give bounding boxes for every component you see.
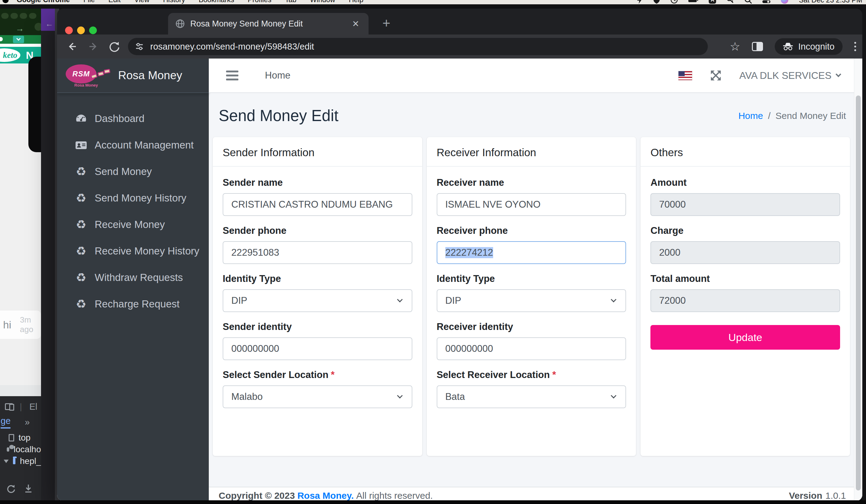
menubar-app-name[interactable]: Google Chrome	[16, 0, 70, 4]
navbar-home-link[interactable]: Home	[265, 70, 290, 81]
sidebar-item-receive-money[interactable]: ♻ Receive Money	[57, 211, 209, 238]
chevron-down-icon	[611, 393, 617, 398]
tab-close-icon[interactable]: ✕	[350, 19, 361, 29]
field-receiver-identity: Receiver identity 000000000	[437, 321, 626, 360]
account-dropdown[interactable]: AVA DLK SERVICES	[739, 70, 841, 81]
field-charge: Charge 2000	[651, 225, 840, 264]
receiver-name-input[interactable]: ISMAEL NVE OYONO	[437, 193, 626, 216]
background-window-edge: ←	[41, 9, 55, 504]
chat-text: hi	[3, 319, 11, 331]
receiver-location-select[interactable]: Bata	[437, 386, 626, 408]
zoom-window-button[interactable]	[89, 26, 97, 34]
sidebar-item-dashboard[interactable]: Dashboard	[57, 105, 209, 132]
forward-button[interactable]	[87, 41, 99, 53]
menubar-clock[interactable]: Sat Dec 23 2:33 PM	[799, 0, 862, 4]
card-title: Sender Information	[223, 146, 314, 158]
sidebar-item-withdraw-requests[interactable]: ♻ Withdraw Requests	[57, 264, 209, 291]
menubar-item-profiles[interactable]: Profiles	[248, 0, 271, 4]
sender-phone-input[interactable]: 222951083	[223, 241, 412, 264]
chat-timestamp: 3m ago	[20, 315, 41, 334]
sender-name-input[interactable]: CRISTIAN CASTRO NDUMU EBANG	[223, 193, 412, 216]
update-button[interactable]: Update	[651, 325, 840, 350]
menubar-item-file[interactable]: File	[84, 0, 95, 4]
recycle-icon: ♻	[72, 297, 90, 311]
chat-message-row: hi 3m ago	[0, 310, 41, 339]
site-controls-icon[interactable]	[135, 42, 144, 51]
page-content: Send Money Edit Home / Send Money Edit S…	[209, 93, 854, 487]
battery-status-icon[interactable]	[688, 0, 698, 2]
control-center-icon[interactable]	[762, 0, 770, 3]
side-panel-icon[interactable]	[752, 42, 763, 51]
scrollbar-thumb[interactable]	[856, 95, 861, 491]
field-sender-name: Sender name CRISTIAN CASTRO NDUMU EBANG	[223, 177, 412, 216]
sender-identity-type-select[interactable]: DIP	[223, 289, 412, 312]
tab-strip: Rosa Money Send Money Edit ✕ +	[57, 9, 862, 34]
sidebar-item-account-management[interactable]: Account Management	[57, 132, 209, 158]
incognito-badge: Incognito	[775, 38, 843, 55]
sidebar-item-recharge-request[interactable]: ♻ Recharge Request	[57, 291, 209, 317]
sidebar-item-send-money-history[interactable]: ♻ Send Money History	[57, 185, 209, 211]
rosa-money-logo: RSM Rosa Money	[64, 62, 110, 89]
clock-status-icon[interactable]	[670, 0, 678, 4]
background-window-header: →	[0, 9, 41, 35]
spotlight-search-icon[interactable]	[744, 0, 752, 4]
minimize-window-button[interactable]	[77, 26, 85, 34]
browser-menu-icon[interactable]	[854, 42, 856, 51]
sender-identity-input[interactable]: 000000000	[223, 337, 412, 360]
menubar-item-help[interactable]: Help	[349, 0, 363, 4]
menubar-item-view[interactable]: View	[134, 0, 149, 4]
field-sender-location: Select Sender Location* Malabo	[223, 369, 412, 408]
sidebar-item-send-money[interactable]: ♻ Send Money	[57, 158, 209, 185]
siri-icon[interactable]	[781, 0, 788, 4]
menubar-item-edit[interactable]: Edit	[109, 0, 121, 4]
key-status-icon[interactable]	[726, 0, 734, 4]
devtools-frame-host: localho	[13, 445, 41, 455]
total-amount-input: 72000	[651, 289, 840, 312]
brand-link[interactable]: RSM Rosa Money Rosa Money	[57, 58, 209, 93]
fullscreen-expand-icon[interactable]	[710, 69, 722, 82]
field-sender-identity: Sender identity 000000000	[223, 321, 412, 360]
devtools-elements-tab: El	[29, 402, 37, 412]
page-scrollbar[interactable]	[854, 58, 862, 501]
recycle-icon: ♻	[72, 218, 90, 231]
receiver-phone-input[interactable]: 222274212	[437, 241, 626, 264]
arrow-left-icon: ←	[45, 19, 53, 28]
apple-logo-icon[interactable]	[2, 0, 9, 3]
menubar-item-bookmarks[interactable]: Bookmarks	[199, 0, 234, 4]
brand-name: Rosa Money	[118, 69, 182, 82]
desktop-right-edge	[862, 4, 866, 504]
web-content: RSM Rosa Money Rosa Money Dashboard	[57, 58, 862, 501]
back-button[interactable]	[66, 41, 78, 53]
cursor-status-icon[interactable]	[636, 0, 643, 4]
breadcrumb-home-link[interactable]: Home	[738, 111, 763, 121]
sender-information-card: Sender Information Sender name CRISTIAN …	[213, 137, 422, 456]
browser-tab[interactable]: Rosa Money Send Money Edit ✕	[168, 13, 368, 34]
field-receiver-phone: Receiver phone 222274212	[437, 225, 626, 264]
sidebar-item-receive-money-history[interactable]: ♻ Receive Money History	[57, 238, 209, 264]
receiver-identity-input[interactable]: 000000000	[437, 337, 626, 360]
new-tab-button[interactable]: +	[382, 15, 390, 31]
menubar-item-history[interactable]: History	[163, 0, 185, 4]
menubar-item-window[interactable]: Window	[310, 0, 335, 4]
field-receiver-identity-type: Identity Type DIP	[437, 273, 626, 312]
input-source-status-icon[interactable]: A	[709, 0, 716, 4]
close-window-button[interactable]	[65, 26, 73, 34]
receiver-identity-type-select[interactable]: DIP	[437, 289, 626, 312]
sender-location-select[interactable]: Malabo	[223, 386, 412, 408]
bookmark-star-icon[interactable]: ☆	[730, 40, 740, 53]
rights-text: All rights reserved.	[356, 491, 433, 501]
omnibox[interactable]: rosamoney.com/send-money/598483/edit	[128, 38, 708, 55]
reload-button[interactable]	[108, 41, 120, 53]
browser-toolbar: rosamoney.com/send-money/598483/edit ☆ I…	[57, 34, 862, 58]
sidebar-toggle-button[interactable]	[226, 70, 238, 80]
language-flag-icon[interactable]	[678, 71, 692, 80]
shield-status-icon[interactable]	[653, 0, 660, 4]
amount-input: 70000	[651, 193, 840, 216]
required-asterisk: *	[331, 369, 335, 380]
background-devtools-panel: | El ge » top localho hepl_	[0, 396, 41, 504]
globe-favicon-icon	[176, 19, 185, 28]
footer-brand-link[interactable]: Rosa Money.	[297, 491, 354, 501]
devtools-page-tab: ge	[1, 416, 11, 428]
menubar-item-tab[interactable]: Tab	[285, 0, 296, 4]
incognito-label: Incognito	[798, 42, 834, 52]
